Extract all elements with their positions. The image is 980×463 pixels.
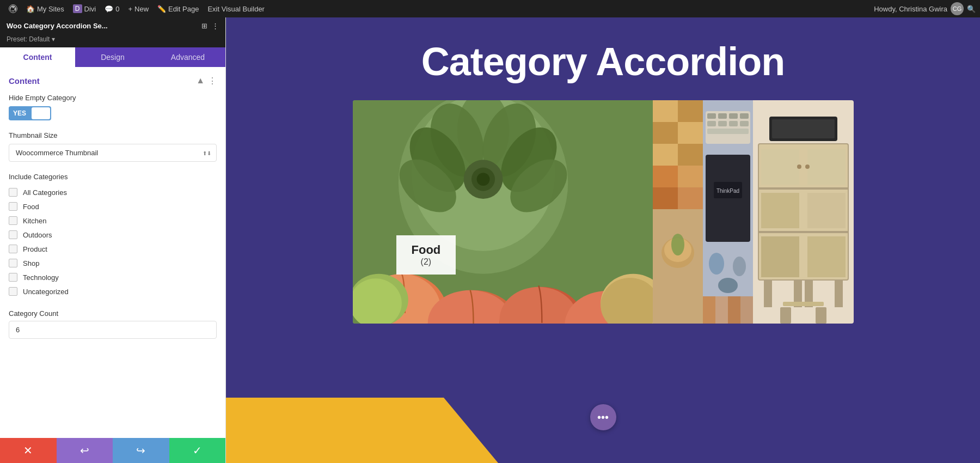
more-icon[interactable]: ⋮ [212,22,219,30]
sidebar-panel: Woo Category Accordion Se... ⊞ ⋮ Preset:… [0,17,226,463]
category-item-food[interactable]: Food [9,199,217,214]
grid-icon[interactable]: ⊞ [201,22,207,30]
svg-rect-63 [758,187,848,190]
checkbox-food[interactable] [9,202,17,211]
svg-rect-47 [718,121,727,126]
category-item-technology[interactable]: Technology [9,270,217,284]
svg-rect-60 [740,296,753,324]
svg-rect-36 [678,187,703,209]
category-item-kitchen[interactable]: Kitchen [9,214,217,228]
fab-button[interactable]: ••• [590,404,616,430]
collapse-icon[interactable]: ▲ [196,76,205,86]
food-category-count: (2) [412,257,441,267]
checkbox-outdoors[interactable] [9,230,17,239]
category-item-uncategorized[interactable]: Uncategorized [9,284,217,298]
category-item-shop[interactable]: Shop [9,256,217,270]
category-food-label: Food [23,203,39,211]
preset-chevron: ▾ [52,35,55,43]
svg-point-39 [671,234,684,255]
svg-rect-31 [653,144,678,166]
svg-rect-78 [835,280,843,307]
accordion-panel-3[interactable]: ThinkPad [703,100,753,324]
content-section-label: Content [9,76,40,86]
checkbox-kitchen[interactable] [9,216,17,225]
panel2-svg [653,100,703,324]
thumbnail-size-select[interactable]: Woocommerce Thumbnail Small Medium Large… [9,144,217,162]
cancel-button[interactable]: ✕ [0,438,57,463]
svg-text:ThinkPad: ThinkPad [716,188,739,194]
comments-count: 0 [115,5,119,13]
svg-rect-45 [740,113,749,119]
food-category-name: Food [412,243,441,257]
section-more-icon[interactable]: ⋮ [208,76,217,86]
divi-icon: D [73,4,82,13]
svg-rect-35 [653,187,678,209]
category-uncategorized-label: Uncategorized [23,288,69,296]
cancel-icon: ✕ [23,444,33,457]
checkbox-technology[interactable] [9,273,17,282]
canvas-area: Category Accordion [226,17,980,463]
category-item-product[interactable]: Product [9,242,217,256]
undo-button[interactable]: ↩ [57,438,113,463]
main-area: Woo Category Accordion Se... ⊞ ⋮ Preset:… [0,17,980,463]
accordion-panel-4[interactable] [753,100,854,324]
svg-rect-70 [807,149,846,185]
avatar[interactable]: CG [951,2,964,15]
plus-icon: + [128,5,132,13]
svg-rect-33 [653,166,678,187]
svg-point-54 [709,253,724,275]
exit-visual-builder-nav[interactable]: Exit Visual Builder [203,0,269,17]
comments-nav[interactable]: 💬 0 [100,0,124,17]
svg-rect-29 [653,122,678,144]
accordion-panel-2[interactable] [653,100,703,324]
svg-rect-48 [729,121,738,126]
category-outdoors-label: Outdoors [23,231,52,239]
hide-empty-toggle[interactable]: YES [9,106,51,120]
my-sites-nav[interactable]: 🏠 My Sites [22,0,69,17]
divi-nav[interactable]: D Divi [69,0,100,17]
svg-rect-28 [678,100,703,122]
category-count-input[interactable] [9,321,217,339]
category-kitchen-label: Kitchen [23,217,46,225]
decorative-yellow-block [226,398,498,463]
checkbox-uncategorized[interactable] [9,287,17,296]
redo-button[interactable]: ↪ [113,438,169,463]
toggle-row: YES [9,106,217,120]
save-button[interactable]: ✓ [169,438,226,463]
checkbox-product[interactable] [9,245,17,253]
include-categories-section: Include Categories All Categories Food K… [9,173,217,298]
tab-content[interactable]: Content [0,47,75,67]
top-nav-bar: 🏠 My Sites D Divi 💬 0 + New ✏️ Edit Page… [0,0,980,17]
wordpress-logo[interactable] [4,0,22,17]
category-item-all[interactable]: All Categories [9,185,217,199]
hide-empty-label: Hide Empty Category [9,94,217,102]
sidebar-title-icons: ⊞ ⋮ [201,22,219,30]
new-nav[interactable]: + New [124,0,153,17]
svg-rect-80 [780,307,791,324]
panel3-svg: ThinkPad [703,100,753,324]
preset-bar[interactable]: Preset: Default ▾ [0,34,225,47]
new-label: New [134,5,149,13]
user-area: Howdy, Christina Gwira CG 🔍 [874,2,976,15]
redo-icon: ↪ [136,444,145,457]
user-greeting: Howdy, Christina Gwira [874,5,947,13]
exit-label: Exit Visual Builder [207,5,265,13]
thumbnail-size-select-wrapper: Woocommerce Thumbnail Small Medium Large… [9,144,217,162]
search-icon[interactable]: 🔍 [967,5,976,13]
svg-rect-27 [653,100,678,122]
category-technology-label: Technology [23,273,59,282]
edit-icon: ✏️ [157,5,166,13]
accordion-panel-food[interactable]: Food (2) [353,100,653,324]
checkbox-shop[interactable] [9,259,17,267]
toggle-yes-label: YES [9,107,30,119]
tab-advanced[interactable]: Advanced [150,47,225,67]
accordion-grid: Food (2) [353,100,854,324]
svg-rect-65 [761,193,799,228]
tab-design[interactable]: Design [75,47,150,67]
category-item-outdoors[interactable]: Outdoors [9,228,217,242]
checkbox-all[interactable] [9,188,17,197]
food-image-svg [353,100,653,324]
svg-point-71 [797,165,801,169]
edit-page-nav[interactable]: ✏️ Edit Page [153,0,203,17]
category-all-label: All Categories [23,188,67,197]
